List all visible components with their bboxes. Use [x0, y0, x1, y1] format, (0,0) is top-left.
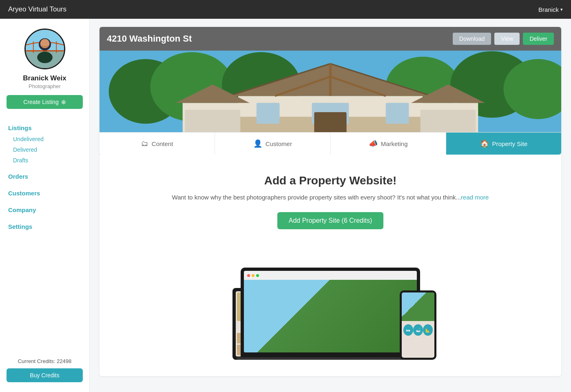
credits-label: Current Credits: 22498 — [7, 358, 83, 364]
svg-rect-29 — [386, 103, 409, 124]
add-property-site-button[interactable]: Add Property Site (6 Credits) — [277, 212, 384, 229]
browser-max-dot — [256, 274, 259, 277]
view-button[interactable]: View — [494, 33, 520, 45]
tab-marketing-label: Marketing — [381, 140, 408, 147]
svg-rect-32 — [421, 110, 476, 132]
listing-address: 4210 Washington St — [107, 33, 192, 44]
svg-rect-30 — [314, 112, 346, 132]
chevron-down-icon: ▾ — [560, 7, 563, 12]
plus-circle-icon: ⊕ — [61, 99, 66, 105]
property-site-title: Add a Property Website! — [109, 174, 551, 187]
main-content: 4210 Washington St Download View Deliver — [90, 19, 571, 392]
property-site-description: Want to know why the best photographers … — [109, 194, 551, 201]
avatar-section: Branick Weix Photographer Create Listing… — [7, 29, 83, 109]
sidebar-user-role: Photographer — [29, 83, 61, 89]
sidebar-item-delivered[interactable]: Delivered — [7, 144, 83, 155]
browser-min-dot — [252, 274, 255, 277]
listing-header: 4210 Washington St Download View Deliver — [100, 27, 561, 51]
tab-content[interactable]: 🗂 Content — [100, 133, 215, 155]
create-listing-label: Create Listing — [23, 99, 58, 105]
megaphone-icon: 📣 — [369, 139, 378, 148]
brand-name: Aryeo Virtual Tours — [8, 5, 66, 13]
sidebar-item-customers[interactable]: Customers — [8, 190, 83, 197]
buy-credits-button[interactable]: Buy Credits — [7, 368, 83, 382]
folder-icon: 🗂 — [141, 140, 148, 148]
svg-rect-27 — [257, 103, 280, 124]
tab-marketing[interactable]: 📣 Marketing — [331, 133, 446, 155]
sidebar-item-drafts[interactable]: Drafts — [7, 155, 83, 166]
svg-point-6 — [37, 52, 53, 63]
sidebar-user-name: Branick Weix — [23, 74, 66, 82]
user-menu[interactable]: Branick ▾ — [538, 6, 563, 13]
sidebar-item-listings[interactable]: Listings — [8, 124, 83, 131]
tab-property-site-label: Property Site — [492, 140, 528, 147]
user-name-nav: Branick — [538, 6, 559, 13]
sidebar-bottom: Current Credits: 22498 Buy Credits — [7, 348, 83, 382]
sidebar: Branick Weix Photographer Create Listing… — [0, 19, 90, 392]
browser-close-dot — [247, 274, 250, 277]
user-icon: 👤 — [253, 139, 262, 148]
listing-tabs: 🗂 Content 👤 Customer 📣 Marketing 🏠 Prope… — [100, 132, 561, 155]
laptop-mockup — [241, 268, 420, 360]
tab-property-site[interactable]: 🏠 Property Site — [446, 133, 561, 155]
phone-mockup: 🛏 🛁 📐 — [400, 290, 436, 360]
laptop-content — [244, 280, 417, 352]
top-nav: Aryeo Virtual Tours Branick ▾ — [0, 0, 571, 19]
tab-customer[interactable]: 👤 Customer — [215, 133, 330, 155]
sidebar-item-orders[interactable]: Orders — [8, 173, 83, 180]
deliver-button[interactable]: Deliver — [523, 33, 554, 45]
avatar — [24, 29, 65, 69]
nav-listings-section: Listings Undelivered Delivered Drafts — [7, 117, 83, 166]
read-more-link[interactable]: read more — [461, 194, 489, 201]
listing-actions: Download View Deliver — [453, 33, 554, 45]
device-preview: 🛏 🛁 📐 — [109, 246, 551, 360]
tab-customer-label: Customer — [266, 140, 292, 147]
phone-screen: 🛏 🛁 📐 — [402, 292, 434, 358]
phone-icon-2: 🛁 — [413, 324, 423, 336]
layout: Branick Weix Photographer Create Listing… — [0, 19, 571, 392]
sidebar-item-settings[interactable]: Settings — [8, 223, 83, 230]
sidebar-item-undelivered[interactable]: Undelivered — [7, 134, 83, 144]
laptop-screen — [244, 271, 417, 352]
tab-content-label: Content — [152, 140, 173, 147]
listing-hero-image — [100, 51, 561, 132]
svg-rect-31 — [185, 110, 240, 132]
sidebar-item-company[interactable]: Company — [8, 206, 83, 213]
phone-icon-3: 📐 — [423, 324, 433, 336]
phone-icon-1: 🛏 — [403, 324, 413, 336]
property-site-panel: Add a Property Website! Want to know why… — [100, 155, 561, 376]
home-icon: 🏠 — [480, 139, 489, 148]
listing-card: 4210 Washington St Download View Deliver — [100, 27, 561, 155]
create-listing-button[interactable]: Create Listing ⊕ — [7, 95, 83, 109]
download-button[interactable]: Download — [453, 33, 491, 45]
